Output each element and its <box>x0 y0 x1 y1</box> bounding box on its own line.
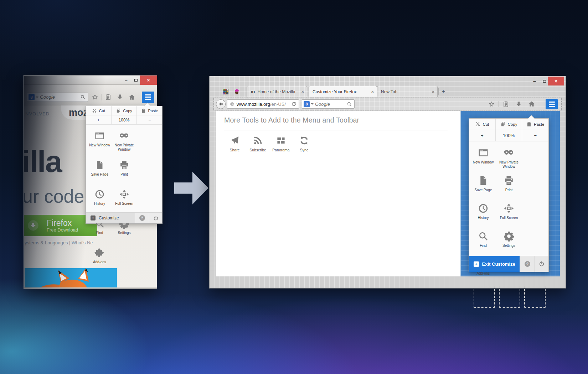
new-window-icon <box>478 147 489 158</box>
menu-item-add-ons[interactable]: Add-ons <box>87 243 112 272</box>
menu-button[interactable] <box>142 92 154 103</box>
menu-item-save-page[interactable]: Save Page <box>470 170 496 198</box>
tab-close-icon[interactable]: × <box>296 89 304 94</box>
tool-sync[interactable]: Sync <box>293 136 316 152</box>
search-input[interactable] <box>40 94 80 100</box>
minimize-button[interactable]: – <box>122 76 130 85</box>
save-page-icon <box>478 175 489 186</box>
save-page-icon <box>94 160 105 170</box>
menu-item-settings[interactable]: Settings <box>496 226 522 254</box>
zoom-in-button[interactable]: + <box>86 115 111 124</box>
menu-item-history[interactable]: History <box>470 198 496 226</box>
desktop-background: – × 8 NVOLVED mozi illa ur code <box>0 0 588 374</box>
bookmarks-menu-icon[interactable] <box>105 94 112 100</box>
chevron-down-icon[interactable] <box>36 97 38 98</box>
tab-separator <box>242 88 242 95</box>
chevron-down-icon[interactable] <box>311 103 314 105</box>
zoom-level[interactable]: 100% <box>111 115 137 124</box>
pinned-tab-palette[interactable] <box>220 86 231 97</box>
google-favicon: 8 <box>304 101 310 107</box>
window-bottom-strip <box>24 287 157 289</box>
search-box[interactable]: 8 <box>302 99 355 109</box>
menu-item-find[interactable]: Find <box>470 226 496 254</box>
help-button[interactable]: ? <box>520 256 535 272</box>
new-tab-button[interactable]: + <box>439 86 448 97</box>
close-button[interactable]: × <box>140 76 157 85</box>
tab-close-icon[interactable]: × <box>427 89 434 94</box>
menu-item-history[interactable]: History <box>87 184 112 213</box>
menu-item-print[interactable]: Print <box>496 170 522 198</box>
empty-menu-slot[interactable] <box>499 286 520 308</box>
tab-home-of-the-mozilla[interactable]: m Home of the Mozilla × <box>247 86 307 97</box>
menu-item-new-window[interactable]: New Window <box>87 126 112 155</box>
menu-button-active[interactable] <box>546 99 558 109</box>
quit-button[interactable] <box>535 256 548 272</box>
bookmark-star-icon[interactable] <box>92 94 98 100</box>
zoom-in-button[interactable]: + <box>469 130 495 141</box>
magnifier-icon <box>478 231 489 241</box>
exit-customize-button[interactable]: + Exit Customize <box>469 256 520 272</box>
zoom-controls-row: + 100% − <box>86 115 162 125</box>
menu-grid: New Window New Private Window Save Page … <box>86 125 162 273</box>
bookmarks-menu-icon[interactable] <box>502 101 509 108</box>
help-button[interactable]: ? <box>135 213 149 223</box>
new-window-icon <box>94 131 105 141</box>
maximize-icon <box>543 80 546 83</box>
menu-item-new-private-window[interactable]: New Private Window <box>496 142 522 170</box>
maximize-button[interactable] <box>132 76 140 85</box>
pinned-tab-cupcake[interactable] <box>231 86 242 97</box>
menu-item-new-private-window[interactable]: New Private Window <box>112 126 136 155</box>
page-footer-links[interactable]: ystems & Languages | What's Ne <box>25 240 93 245</box>
search-input[interactable] <box>315 102 347 107</box>
zoom-level[interactable]: 100% <box>495 130 522 141</box>
customize-content-area: More Tools to Add to the Menu and Toolba… <box>216 111 460 276</box>
home-icon[interactable] <box>528 100 535 108</box>
sync-icon <box>299 136 309 145</box>
zoom-out-button[interactable]: − <box>136 115 162 124</box>
cut-button[interactable]: Cut <box>86 106 111 115</box>
panorama-icon <box>276 136 286 145</box>
menu-item-full-screen[interactable]: Full Screen <box>112 184 136 213</box>
close-button[interactable]: × <box>548 77 564 85</box>
cut-button[interactable]: Cut <box>469 119 495 130</box>
tab-customize-your-firefox[interactable]: Customize Your Firefox × <box>309 86 377 97</box>
tool-subscribe[interactable]: Subscribe <box>246 136 269 152</box>
zoom-out-button[interactable]: − <box>522 130 548 141</box>
copy-button[interactable]: Copy <box>111 106 137 115</box>
minimize-button[interactable]: – <box>530 77 539 85</box>
empty-menu-slot[interactable] <box>524 286 546 308</box>
search-box[interactable]: 8 <box>27 93 88 102</box>
tab-new-tab[interactable]: New Tab × <box>377 86 438 97</box>
globe-icon <box>229 102 235 107</box>
menu-item-save-page[interactable]: Save Page <box>87 155 112 184</box>
url-bar[interactable]: www.mozilla.org/en-US/ <box>227 99 299 109</box>
page-involved-text: NVOLVED <box>25 111 50 116</box>
tab-close-icon[interactable]: × <box>366 89 374 94</box>
home-icon[interactable] <box>128 94 135 101</box>
menu-item-new-window[interactable]: New Window <box>470 142 496 170</box>
downloads-icon[interactable] <box>515 101 522 108</box>
paste-button[interactable]: Paste <box>136 106 162 115</box>
customize-button[interactable]: + Customize <box>86 213 135 223</box>
copy-button[interactable]: Copy <box>495 119 522 130</box>
empty-menu-slot[interactable] <box>474 286 495 308</box>
menu-notch <box>528 115 535 119</box>
scissors-icon <box>475 121 480 127</box>
menu-item-full-screen[interactable]: Full Screen <box>496 198 522 226</box>
page-title: More Tools to Add to the Menu and Toolba… <box>224 116 359 124</box>
app-menu-panel: Cut Copy Paste + 100% − New Window New P… <box>86 106 163 224</box>
menu-item-print[interactable]: Print <box>112 155 136 184</box>
bookmark-star-icon[interactable] <box>488 101 495 108</box>
download-circle-icon <box>27 220 39 231</box>
tab-strip: m Home of the Mozilla × Customize Your F… <box>210 86 566 97</box>
mozilla-favicon: m <box>251 89 255 95</box>
tool-panorama[interactable]: Panorama <box>269 136 293 152</box>
tool-share[interactable]: Share <box>223 136 246 152</box>
reload-icon[interactable] <box>291 102 296 107</box>
paste-button[interactable]: Paste <box>522 119 548 130</box>
edit-controls-row: Cut Copy Paste <box>86 106 162 115</box>
downloads-icon[interactable] <box>117 94 123 100</box>
back-button[interactable] <box>216 99 226 109</box>
share-icon <box>230 136 239 145</box>
quit-button[interactable] <box>149 213 162 223</box>
